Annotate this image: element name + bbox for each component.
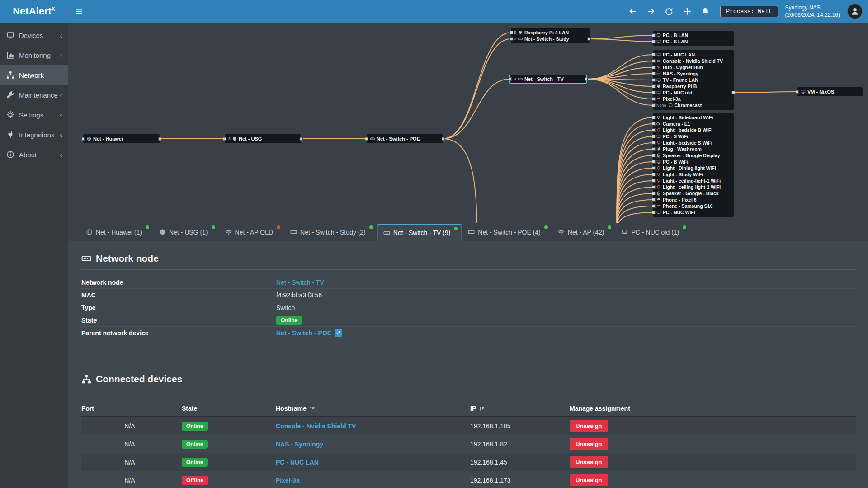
topology-device-vm-nixos[interactable]: VM - NixOS — [801, 87, 834, 96]
topology-node-vm-nixos[interactable]: VM - NixOS — [797, 87, 863, 96]
topology-device-pc-b-lan[interactable]: PC - B LAN — [656, 32, 731, 38]
tab-net-switch-poe-4[interactable]: Net - Switch - POE (4) — [462, 223, 551, 241]
nav-back-button[interactable] — [625, 4, 641, 19]
topology-device-hub-cygnet-hub[interactable]: Hub - Cygnet Hub — [656, 64, 731, 70]
avatar[interactable] — [847, 4, 863, 19]
sidebar-item-about[interactable]: About‹ — [0, 145, 68, 164]
device-label: TV - Frame LAN — [663, 77, 698, 83]
pc-icon — [656, 52, 661, 57]
column-header-label: IP — [470, 405, 476, 412]
device-state: Online — [182, 453, 276, 471]
topology-device-tv-frame-lan[interactable]: TV - Frame LAN — [656, 77, 731, 83]
column-header-hostname[interactable]: Hostname — [276, 400, 470, 417]
tab-net-usg-1[interactable]: Net - USG (1) — [154, 223, 219, 241]
topology-device-pc-s-lan[interactable]: PC - S LAN — [656, 38, 731, 45]
topology-node-net-switch-poe[interactable]: Net - Switch - POE — [367, 134, 443, 143]
sidebar-item-maintenance[interactable]: Maintenance‹ — [0, 85, 68, 105]
unassign-button[interactable]: Unassign — [570, 474, 608, 486]
topology-device-light-study-wifi[interactable]: Light - Study WiFi — [656, 171, 731, 178]
refresh-button[interactable] — [661, 4, 677, 19]
topology-device-raspberry-pi-b[interactable]: Raspberry Pi B — [656, 83, 731, 89]
device-port: N/A — [81, 417, 182, 435]
topology-device-chromecast[interactable]: NoneChromecast — [656, 102, 731, 108]
topology-device-pc-s-wifi[interactable]: PC - S WiFi — [656, 133, 731, 140]
device-ip: 192.168.1.105 — [470, 417, 570, 435]
connected-devices-section: Connected devices PortStateHostnameIPMan… — [68, 362, 868, 488]
topology-device-console-nvidia-shield-tv[interactable]: Console - Nvidia Shield TV — [656, 58, 731, 64]
topology-device-net-switch-tv[interactable]: 4Net - Switch - TV — [514, 75, 564, 84]
topology-device-light-bedside-b-wifi[interactable]: Light - bedside B WiFi — [656, 127, 731, 133]
sidebar-toggle-button[interactable] — [71, 4, 87, 19]
topology-node-wifi-devices[interactable]: Light - Sideboard WiFiCamera - E1Light -… — [653, 113, 734, 217]
topology-device-pixel-3a[interactable]: Pixel-3a — [656, 96, 731, 102]
column-header-ip[interactable]: IP — [470, 400, 570, 417]
topology-device-net-usg[interactable]: 3Net - USG — [228, 134, 262, 143]
topology-device-nas-synology[interactable]: NAS - Synology — [656, 70, 731, 77]
app-title-sup: X — [52, 6, 55, 12]
topology-device-speaker-google-display[interactable]: Speaker - Google Display — [656, 152, 731, 159]
topology-device-net-huawei[interactable]: Net - Huawei — [87, 134, 123, 143]
topology-device-pc-nuc-lan[interactable]: PC - NUC LAN — [656, 52, 731, 58]
app-logo[interactable]: NetAlertX — [0, 0, 68, 23]
host-name: Synology-NAS — [785, 4, 840, 11]
tab-net-huawei-1[interactable]: Net - Huawei (1) — [80, 223, 153, 241]
fullscreen-button[interactable] — [679, 4, 695, 19]
topology-node-net-usg[interactable]: 3Net - USG — [225, 134, 301, 143]
topology-device-light-sideboard-wifi[interactable]: Light - Sideboard WiFi — [656, 114, 731, 121]
topology-device-pc-nuc-wifi[interactable]: PC - NUC WiFi — [656, 209, 731, 216]
device-label: Net - Switch - Study — [524, 36, 569, 42]
network-node-link[interactable]: Net - Switch - TV — [276, 279, 324, 286]
topology-node-tv-devices[interactable]: PC - NUC LANConsole - Nvidia Shield TVHu… — [653, 50, 734, 110]
device-label: Net - USG — [239, 136, 262, 141]
chevron-left-icon: ‹ — [60, 131, 62, 139]
tab-net-switch-tv-9[interactable]: Net - Switch - TV (9) — [377, 224, 462, 241]
device-link[interactable]: Console - Nvidia Shield TV — [276, 422, 356, 430]
tab-net-switch-study-2[interactable]: Net - Switch - Study (2) — [285, 223, 377, 241]
topology-device-net-switch-poe[interactable]: Net - Switch - POE — [370, 134, 420, 143]
device-port: N/A — [81, 435, 182, 453]
sidebar-item-integrations[interactable]: Integrations‹ — [0, 125, 68, 145]
sidebar-item-settings[interactable]: Settings‹ — [0, 105, 68, 125]
tab-net-ap-old[interactable]: Net - AP OLD — [220, 223, 284, 241]
bulb-icon — [656, 185, 661, 189]
topology-node-study-group[interactable]: 5Raspberry Pi 4 LAN3Net - Switch - Study — [511, 28, 590, 43]
parent-node-link[interactable]: Net - Switch - POE — [276, 329, 331, 337]
external-link-icon[interactable]: ↗ — [335, 329, 342, 337]
status-dot-red — [277, 225, 280, 229]
nav-forward-button[interactable] — [643, 4, 659, 19]
detail-row-mac: MACf4:92:bf:a3:f3:56 — [81, 289, 856, 301]
topology-device-light-ceiling-light-2-wifi[interactable]: Light - ceiling-light-2 WiFi — [656, 184, 731, 190]
tab-pc-nuc-old-1[interactable]: PC - NUC old (1) — [616, 223, 690, 241]
device-label: Light - Dining light WiFi — [663, 165, 716, 171]
unassign-button[interactable]: Unassign — [570, 420, 608, 432]
topology-device-plug-washroom[interactable]: Plug - Washroom — [656, 146, 731, 152]
device-port: N/A — [81, 453, 182, 471]
unassign-button[interactable]: Unassign — [570, 456, 608, 468]
unassign-button[interactable]: Unassign — [570, 438, 608, 450]
topology-device-pc-nuc-old[interactable]: PC - NUC old — [656, 89, 731, 96]
topology-node-net-huawei[interactable]: Net - Huawei — [83, 134, 160, 143]
sidebar-item-devices[interactable]: Devices‹ — [0, 25, 68, 45]
topology-device-light-dining-light-wifi[interactable]: Light - Dining light WiFi — [656, 165, 731, 171]
topology-node-net-switch-tv[interactable]: 4Net - Switch - TV — [509, 75, 587, 84]
topology-device-raspberry-pi-4-lan[interactable]: 5Raspberry Pi 4 LAN — [514, 29, 587, 36]
topology-device-net-switch-study[interactable]: 3Net - Switch - Study — [514, 36, 587, 42]
topology-device-speaker-google-black[interactable]: Speaker - Google - Black — [656, 190, 731, 197]
topology-device-light-bedside-s-wifi[interactable]: Light - bedside S WiFi — [656, 140, 731, 146]
topology-device-camera-e1[interactable]: Camera - E1 — [656, 121, 731, 127]
topology-device-phone-samsung-s10[interactable]: Phone - Samsung S10 — [656, 203, 731, 209]
connector-handle — [509, 78, 512, 81]
topology-device-pc-b-wifi[interactable]: PC - B WiFi — [656, 159, 731, 165]
tab-net-ap-42[interactable]: Net - AP (42) — [552, 223, 615, 241]
topology-node-lan-group[interactable]: PC - B LANPC - S LAN — [653, 31, 734, 46]
topology-device-phone-pixel-6[interactable]: Phone - Pixel 6 — [656, 197, 731, 203]
sidebar-item-monitoring[interactable]: Monitoring‹ — [0, 45, 68, 65]
sidebar-item-network[interactable]: Network — [0, 65, 68, 85]
raspberry-icon — [656, 84, 661, 89]
topology-device-light-ceiling-light-1-wifi[interactable]: Light - ceiling-light-1 WiFi — [656, 178, 731, 184]
device-link[interactable]: NAS - Synology — [276, 441, 323, 448]
device-label: Light - bedside B WiFi — [663, 127, 712, 133]
device-link[interactable]: PC - NUC LAN — [276, 459, 319, 466]
notifications-button[interactable] — [698, 4, 713, 19]
device-link[interactable]: Pixel-3a — [276, 477, 300, 484]
